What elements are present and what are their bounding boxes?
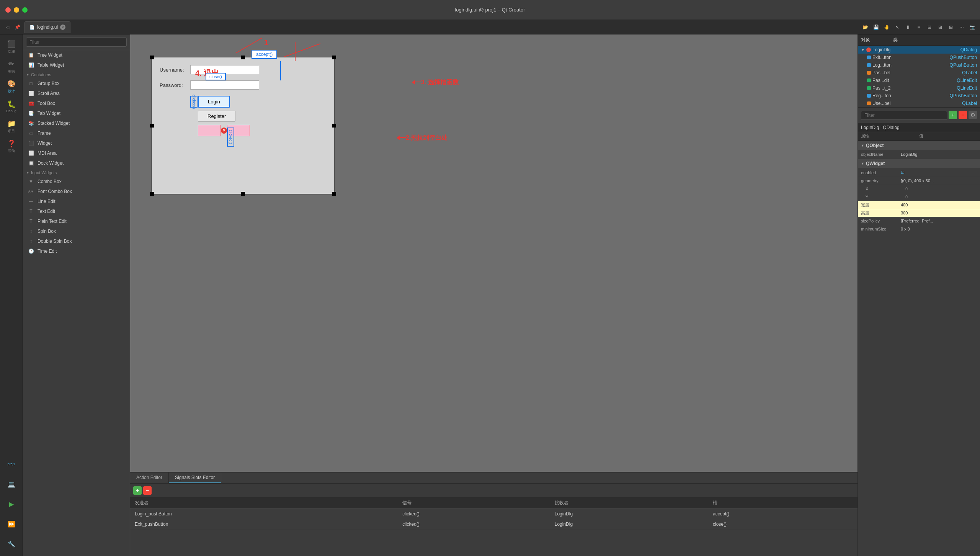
widget-item-tabwidget-label: Tab Widget (38, 111, 60, 116)
activity-design[interactable]: 🎨 设计 (2, 77, 21, 96)
widget-item-stacked[interactable]: 📚 Stacked Widget (23, 118, 130, 128)
activity-debug-run[interactable]: ⏩ (2, 515, 21, 533)
pause-icon[interactable]: ⏸ (903, 23, 913, 32)
object-row-root[interactable]: ▼ LoginDlg QDialog (858, 46, 980, 54)
object-row-login[interactable]: Log...tton QPushButton (864, 61, 980, 69)
prop-height-value[interactable]: 300 (899, 210, 977, 216)
object-row-past2[interactable]: Pas...t_2 QLineEdit (864, 84, 980, 92)
maximize-button[interactable] (22, 7, 28, 13)
signal-row-0[interactable]: Login_pushButton clicked() LoginDlg acce… (130, 509, 858, 519)
prop-x-value[interactable]: 0 (904, 186, 977, 192)
hand-icon[interactable]: 🤚 (882, 23, 891, 32)
widget-item-toolbox[interactable]: 🧰 Tool Box (23, 98, 130, 108)
prop-filter-input[interactable] (861, 111, 947, 120)
object-row-pasdit[interactable]: Pas...dit QLineEdit (864, 77, 980, 84)
qwidget-section-header[interactable]: ▼ QWidget (858, 159, 980, 168)
form-widget[interactable]: Username: Password: accept() (151, 57, 335, 195)
widget-item-plaintextedit[interactable]: T Plain Text Edit (23, 216, 130, 226)
activity-debug[interactable]: 🐛 Debug (2, 97, 21, 116)
dots-icon[interactable]: ⋯ (957, 23, 966, 32)
activity-monitor[interactable]: 💻 (2, 475, 21, 493)
pointer-icon[interactable]: ↖ (893, 23, 902, 32)
widget-item-dock[interactable]: 🔲 Dock Widget (23, 158, 130, 168)
past2-object-class: QLineEdit (957, 85, 977, 91)
prop-remove-button[interactable]: − (959, 111, 967, 119)
save-icon[interactable]: 💾 (871, 23, 880, 32)
password-input[interactable] (190, 80, 259, 90)
widget-filter-input[interactable] (26, 38, 127, 47)
widget-icon: ⬛ (28, 140, 34, 147)
prop-objectname-value[interactable]: LoginDlg (899, 151, 977, 157)
prop-add-button[interactable]: + (949, 111, 957, 119)
prop-geometry-value[interactable]: [(0, 0), 400 x 30... (899, 178, 977, 184)
handle-bottom-left[interactable] (150, 192, 154, 196)
widget-item-doublespinbox[interactable]: ↕ Double Spin Box (23, 236, 130, 246)
close-box: close() (206, 73, 226, 80)
input-widgets-section-header[interactable]: ▼ Input Widgets (23, 168, 130, 177)
object-row-pasbel[interactable]: Pas...bel QLabel (864, 69, 980, 77)
object-row-reg[interactable]: Reg...ton QPushButton (864, 92, 980, 100)
register-button[interactable]: Register (198, 111, 235, 122)
remove-connection-button[interactable]: − (143, 486, 152, 495)
tab-logindlg[interactable]: 📄 logindlg.ui × (24, 21, 70, 33)
widget-item-lineedit[interactable]: — Line Edit (23, 196, 130, 206)
widget-item-tabwidget[interactable]: 📑 Tab Widget (23, 108, 130, 118)
widget-item-widget[interactable]: ⬛ Widget (23, 138, 130, 148)
qobject-section-header[interactable]: ▼ QObject (858, 141, 980, 150)
signal-row-1[interactable]: Exit_pushButton clicked() LoginDlg close… (130, 519, 858, 530)
prop-y-value[interactable]: 0 (904, 194, 977, 200)
reg-object-name: Reg...ton (872, 93, 947, 98)
minimize-button[interactable] (14, 7, 19, 13)
prop-geometry-label: geometry (861, 178, 899, 183)
widget-item-spinbox[interactable]: ↕ Spin Box (23, 226, 130, 236)
prop-enabled-checkbox[interactable]: ☑ (899, 169, 977, 176)
prop-sizepolicy-value[interactable]: [Preferred, Pref... (899, 218, 977, 224)
input-widgets-title: Input Widgets (31, 170, 57, 175)
align-vert-icon[interactable]: ⊟ (925, 23, 934, 32)
login-button[interactable]: Login (198, 96, 230, 108)
back-nav-icon[interactable]: ◁ (3, 23, 11, 31)
containers-section-header[interactable]: ▼ Containers (23, 70, 130, 78)
widget-item-combobox[interactable]: ▼ Combo Box (23, 177, 130, 186)
activity-project[interactable]: 📁 项目 (2, 117, 21, 136)
prop-x-label: X (866, 186, 904, 191)
widget-item-mdi[interactable]: ⬜ MDI Area (23, 148, 130, 158)
object-row-usebel[interactable]: Use...bel QLabel (864, 100, 980, 107)
widget-item-table[interactable]: 📊 Table Widget (23, 60, 130, 70)
widget-item-fontcombo[interactable]: A▼ Font Combo Box (23, 186, 130, 196)
activity-welcome[interactable]: ⬛ 欢迎 (2, 38, 21, 56)
grid-icon[interactable]: ⊞ (946, 23, 956, 32)
activity-build[interactable]: 🔧 (2, 535, 21, 553)
add-connection-button[interactable]: + (133, 486, 142, 495)
open-document-icon[interactable]: 📂 (861, 23, 870, 32)
prop-gear-button[interactable]: ⚙ (969, 111, 977, 119)
tab-signals-slots[interactable]: Signals Slots Editor (169, 473, 221, 483)
tab-close-button[interactable]: × (60, 25, 65, 30)
activity-proj1[interactable]: proj1 (2, 455, 21, 473)
align-left-icon[interactable]: ≡ (914, 23, 923, 32)
widget-item-scrollarea[interactable]: ⬜ Scroll Area (23, 88, 130, 98)
widget-item-scrollarea-label: Scroll Area (38, 91, 60, 96)
design-canvas[interactable]: Username: Password: accept() (130, 34, 858, 472)
object-row-exit[interactable]: Exit...tton QPushButton (864, 54, 980, 61)
help-label: 帮助 (8, 149, 15, 154)
close-button[interactable] (5, 7, 11, 13)
camera-icon[interactable]: 📷 (968, 23, 977, 32)
handle-bottom-right[interactable] (332, 192, 336, 196)
widget-item-groupbox[interactable]: □ Group Box (23, 78, 130, 88)
widget-item-textedit[interactable]: T Text Edit (23, 206, 130, 216)
activity-run[interactable]: ▶ (2, 495, 21, 513)
widget-item-frame[interactable]: ▭ Frame (23, 128, 130, 138)
object-col-header: 对象 (861, 37, 870, 43)
current-object-label: LoginDlg : QDialog (858, 123, 980, 132)
activity-help[interactable]: ❓ 帮助 (2, 137, 21, 155)
prop-minsize-value[interactable]: 0 x 0 (899, 226, 977, 232)
handle-bottom-mid[interactable] (241, 192, 245, 196)
prop-width-value[interactable]: 400 (899, 202, 977, 208)
widget-item-tree[interactable]: 📋 Tree Widget (23, 50, 130, 60)
pin-icon[interactable]: 📌 (13, 23, 21, 31)
align-horiz-icon[interactable]: ⊞ (936, 23, 945, 32)
activity-edit[interactable]: ✏ 编辑 (2, 57, 21, 76)
tab-action-editor[interactable]: Action Editor (130, 473, 169, 483)
widget-item-timeedit[interactable]: 🕐 Time Edit (23, 246, 130, 256)
